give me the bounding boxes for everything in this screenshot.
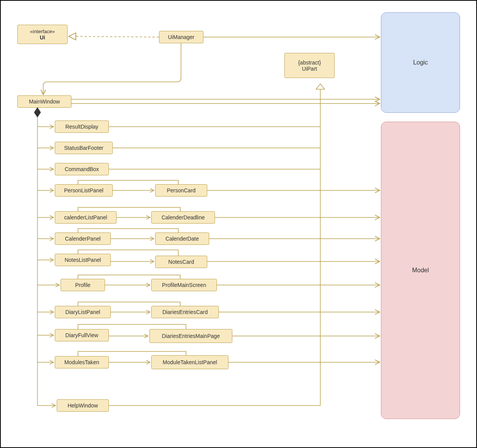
class-name: ModuleTakenListPanel [163, 359, 217, 365]
class-mainwindow: MainWindow [17, 95, 71, 108]
class-helpwindow: HelpWindow [57, 399, 109, 412]
class-logic: Logic [381, 12, 460, 113]
diagram-canvas: «interface» Ui UiManager {abstract} UiPa… [0, 0, 477, 448]
class-profile: Profile [61, 279, 105, 291]
stereotype: «interface» [30, 29, 55, 34]
class-calenderlistpanel: calenderListPanel [55, 211, 117, 224]
class-name: UiManager [168, 34, 194, 40]
class-name: DiariesEntriesCard [162, 309, 208, 315]
class-statusbarfooter: StatusBarFooter [55, 142, 113, 154]
class-commandbox: CommandBox [55, 163, 109, 175]
class-name: NotesCard [168, 259, 194, 265]
class-name: Model [412, 267, 429, 274]
class-name: NotesListPanel [64, 257, 101, 263]
class-name: ProfileMainScreen [162, 282, 206, 288]
class-name: DiaryFullView [65, 332, 98, 338]
class-diaryfullview: DiaryFullView [55, 329, 109, 341]
class-moduletakenlistpanel: ModuleTakenListPanel [151, 355, 228, 369]
class-name: CalenderDate [166, 236, 199, 242]
class-modulestaken: ModulesTaken [55, 356, 109, 368]
class-calenderdate: CalenderDate [155, 232, 209, 245]
class-diarylistpanel: DiaryListPanel [55, 306, 111, 318]
class-noteslistpanel: NotesListPanel [55, 254, 111, 266]
svg-line-0 [69, 36, 159, 37]
class-name: CalenderDeadline [161, 214, 205, 221]
class-name: UiPart [302, 66, 317, 72]
class-name: PersonListPanel [64, 187, 103, 193]
class-uimanager: UiManager [159, 31, 203, 43]
class-name: ModulesTaken [64, 359, 99, 365]
class-name: Ui [40, 34, 45, 41]
class-notescard: NotesCard [155, 256, 207, 268]
class-name: PersonCard [167, 187, 196, 193]
class-resultdisplay: ResultDisplay [55, 120, 109, 133]
class-name: StatusBarFooter [64, 145, 103, 151]
class-diariesentriesmainpage: DiariesEntriesMainPage [149, 329, 232, 343]
class-name: Logic [413, 59, 428, 66]
class-name: DiaryListPanel [65, 309, 100, 315]
class-name: HelpWindow [68, 402, 98, 409]
class-name: ResultDisplay [65, 124, 98, 130]
class-uipart: {abstract} UiPart [284, 53, 335, 78]
class-model: Model [381, 122, 460, 419]
class-diariesentriescard: DiariesEntriesCard [151, 306, 219, 318]
class-name: CommandBox [65, 166, 99, 172]
class-personlistpanel: PersonListPanel [55, 184, 113, 197]
class-name: CalenderPanel [65, 236, 101, 242]
class-calenderpanel: CalenderPanel [55, 232, 111, 245]
class-name: MainWindow [29, 98, 60, 105]
class-profilemainscreen: ProfileMainScreen [151, 279, 217, 291]
class-personcard: PersonCard [155, 184, 207, 197]
class-name: Profile [75, 282, 91, 288]
class-ui-interface: «interface» Ui [17, 25, 68, 44]
constraint: {abstract} [298, 59, 321, 66]
class-calenderdeadline: CalenderDeadline [151, 211, 215, 224]
class-name: DiariesEntriesMainPage [162, 333, 220, 339]
class-name: calenderListPanel [64, 214, 107, 221]
